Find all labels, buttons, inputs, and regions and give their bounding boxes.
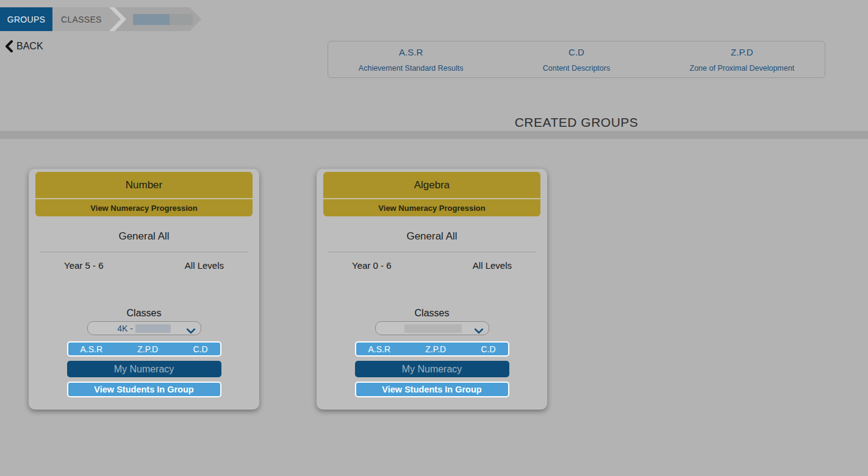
report-buttons-row: A.S.R Z.P.D C.D [67,341,221,357]
legend-item-cd: C.D Content Descriptors [493,41,659,77]
breadcrumb: GROUPS CLASSES [0,7,256,31]
year-level-row: Year 5 - 6 All Levels [29,260,259,271]
group-title[interactable]: Number [35,172,253,199]
tab-classes-label: CLASSES [61,15,102,24]
page-title: CREATED GROUPS [328,115,825,130]
tab-groups-label: GROUPS [7,15,45,24]
legend-desc: Zone of Proximal Development [659,64,825,73]
view-numeracy-progression-button[interactable]: View Numeracy Progression [323,199,540,216]
group-card-number: Number View Numeracy Progression General… [29,169,259,410]
legend-abbr: Z.P.D [659,47,825,57]
classes-label: Classes [415,308,450,319]
card-divider [40,252,248,252]
page: GROUPS CLASSES BACK A.S.R Achievement St… [0,0,868,476]
legend-abbr: C.D [493,47,659,57]
cd-button[interactable]: C.D [193,344,207,354]
levels: All Levels [473,260,512,271]
legend-box: A.S.R Achievement Standard Results C.D C… [328,41,825,78]
my-numeracy-button[interactable]: My Numeracy [355,361,509,377]
year-range: Year 0 - 6 [352,260,392,271]
group-subtitle: General All [118,230,169,243]
zpd-button[interactable]: Z.P.D [425,344,446,354]
year-range: Year 5 - 6 [64,260,104,271]
my-numeracy-button[interactable]: My Numeracy [67,361,221,377]
group-card-header: Algebra View Numeracy Progression [323,172,540,216]
legend-item-zpd: Z.P.D Zone of Proximal Development [659,41,825,77]
view-numeracy-progression-button[interactable]: View Numeracy Progression [35,199,253,216]
tab-groups[interactable]: GROUPS [0,7,52,31]
legend-abbr: A.S.R [328,47,493,57]
group-subtitle: General All [406,230,457,243]
section-divider [0,131,868,139]
group-title[interactable]: Algebra [323,172,540,199]
tab-classes[interactable]: CLASSES [52,7,121,31]
asr-button[interactable]: A.S.R [368,344,391,354]
back-button[interactable]: BACK [5,38,43,54]
chevron-down-icon [475,326,483,336]
redacted-class-name [404,324,462,333]
legend-item-asr: A.S.R Achievement Standard Results [328,41,493,77]
view-students-button[interactable]: View Students In Group [355,382,509,397]
classes-select-value: 4K - [117,324,133,333]
view-students-button[interactable]: View Students In Group [67,382,221,397]
chevron-left-icon [5,40,13,52]
levels: All Levels [185,260,224,271]
group-card-header: Number View Numeracy Progression [35,172,253,216]
year-level-row: Year 0 - 6 All Levels [317,260,547,271]
legend-desc: Achievement Standard Results [328,64,493,73]
report-buttons-row: A.S.R Z.P.D C.D [355,341,509,357]
cd-button[interactable]: C.D [481,344,495,354]
classes-select[interactable]: 4K - [87,321,201,335]
redacted-class-name [135,324,171,333]
legend-desc: Content Descriptors [493,64,659,73]
classes-select[interactable] [375,321,489,335]
group-card-algebra: Algebra View Numeracy Progression Genera… [317,169,547,410]
chevron-down-icon [187,326,195,336]
zpd-button[interactable]: Z.P.D [137,344,158,354]
classes-label: Classes [127,308,162,319]
asr-button[interactable]: A.S.R [81,344,103,354]
back-label: BACK [16,41,43,52]
card-divider [328,252,536,252]
redacted-class-name [133,14,193,25]
